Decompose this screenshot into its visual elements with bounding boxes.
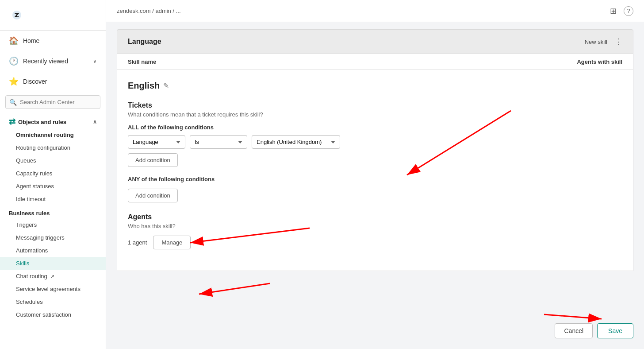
sidebar-item-discover[interactable]: ⭐ Discover xyxy=(0,71,106,92)
sidebar-item-chat-routing[interactable]: Chat routing ↗ xyxy=(0,270,106,283)
more-options-icon[interactable]: ⋮ xyxy=(614,37,622,47)
any-label-suffix: of the following conditions xyxy=(142,176,215,182)
help-icon[interactable]: ? xyxy=(624,6,633,16)
sidebar: 🏠 Home 🕐 Recently viewed ∨ ⭐ Discover 🔍 … xyxy=(0,0,106,349)
sidebar-item-skills[interactable]: Skills xyxy=(0,257,106,270)
sidebar-item-queues[interactable]: Queues xyxy=(0,154,106,167)
breadcrumb: zendesk.com / admin / ... xyxy=(117,8,181,14)
new-skill-link[interactable]: New skill xyxy=(585,39,607,45)
objects-rules-label: Objects and rules xyxy=(18,119,66,125)
all-label-prefix: ALL xyxy=(128,124,139,131)
all-conditions-label: ALL of the following conditions xyxy=(128,124,622,131)
business-rules-section-label: Business rules xyxy=(0,206,106,218)
all-label-suffix: of the following conditions xyxy=(141,124,214,131)
sidebar-item-messaging-triggers[interactable]: Messaging triggers xyxy=(0,231,106,244)
tickets-sub: What conditions mean that a ticket requi… xyxy=(128,111,622,118)
form-card: English ✎ Tickets What conditions mean t… xyxy=(117,70,633,271)
sidebar-logo xyxy=(0,0,106,31)
search-input[interactable] xyxy=(5,95,100,109)
topbar: zendesk.com / admin / ... ⊞ ? xyxy=(106,0,644,22)
sidebar-item-automations[interactable]: Automations xyxy=(0,244,106,257)
agents-row: 1 agent Manage xyxy=(128,236,622,249)
tickets-heading: Tickets xyxy=(128,101,622,109)
recently-viewed-label: Recently viewed xyxy=(23,58,68,65)
sidebar-item-schedules[interactable]: Schedules xyxy=(0,295,106,308)
clock-icon: 🕐 xyxy=(9,56,19,66)
discover-label: Discover xyxy=(23,78,47,85)
agents-with-skill-header: Agents with skill xyxy=(534,58,622,65)
grid-icon[interactable]: ⊞ xyxy=(610,6,617,16)
sidebar-item-sla[interactable]: Service level agreements xyxy=(0,283,106,295)
agent-count: 1 agent xyxy=(128,239,147,246)
sidebar-item-omnichannel-routing[interactable]: Omnichannel routing xyxy=(0,128,106,141)
sidebar-item-idle-timeout[interactable]: Idle timeout xyxy=(0,193,106,206)
sidebar-item-routing-configuration[interactable]: Routing configuration xyxy=(0,141,106,154)
table-header: Skill name Agents with skill xyxy=(117,54,633,70)
objects-rules-chevron: ∧ xyxy=(93,119,97,125)
search-container: 🔍 xyxy=(5,95,100,109)
sidebar-item-home[interactable]: 🏠 Home xyxy=(0,31,106,51)
agents-heading: Agents xyxy=(128,213,622,221)
language-header-card: Language New skill ⋮ xyxy=(117,29,633,54)
condition-operator-select[interactable]: Is xyxy=(190,135,247,149)
language-header-title: Language xyxy=(128,38,161,46)
cancel-button[interactable]: Cancel xyxy=(555,323,593,338)
sidebar-item-customer-satisfaction[interactable]: Customer satisfaction xyxy=(0,308,106,321)
save-button[interactable]: Save xyxy=(597,323,633,338)
star-icon: ⭐ xyxy=(9,77,19,86)
sidebar-item-agent-statuses[interactable]: Agent statuses xyxy=(0,180,106,193)
add-condition-any-button[interactable]: Add condition xyxy=(128,189,178,202)
sidebar-section-objects-and-rules[interactable]: ⇄ Objects and rules ∧ xyxy=(0,112,106,128)
condition-field-select[interactable]: Language xyxy=(128,135,185,149)
add-condition-all-button[interactable]: Add condition xyxy=(128,153,178,167)
skill-title: English xyxy=(128,81,160,91)
edit-skill-icon[interactable]: ✎ xyxy=(163,81,169,90)
sidebar-item-triggers[interactable]: Triggers xyxy=(0,218,106,231)
zendesk-logo-icon xyxy=(9,7,25,23)
external-link-icon: ↗ xyxy=(50,274,54,279)
objects-rules-icon: ⇄ xyxy=(9,117,15,127)
any-label-prefix: ANY xyxy=(128,176,140,182)
footer-actions: Cancel Save xyxy=(555,323,633,338)
language-header-actions: New skill ⋮ xyxy=(585,37,622,47)
skill-title-row: English ✎ xyxy=(128,81,622,91)
sidebar-item-capacity-rules[interactable]: Capacity rules xyxy=(0,167,106,180)
main-area: zendesk.com / admin / ... ⊞ ? Language N… xyxy=(106,0,644,349)
sidebar-item-recently-viewed[interactable]: 🕐 Recently viewed ∨ xyxy=(0,51,106,71)
any-conditions-label: ANY of the following conditions xyxy=(128,176,622,182)
content-area: Language New skill ⋮ Skill name Agents w… xyxy=(106,22,644,349)
condition-value-select[interactable]: English (United Kingdom) xyxy=(252,135,340,149)
tickets-section: Tickets What conditions mean that a tick… xyxy=(128,101,622,202)
agents-sub: Who has this skill? xyxy=(128,223,622,229)
topbar-actions: ⊞ ? xyxy=(610,6,633,16)
recently-viewed-chevron: ∨ xyxy=(93,58,97,64)
agents-section: Agents Who has this skill? 1 agent Manag… xyxy=(128,213,622,249)
skill-name-header: Skill name xyxy=(128,58,534,65)
search-icon: 🔍 xyxy=(9,99,17,106)
home-label: Home xyxy=(23,37,39,44)
condition-row-1: Language Is English (United Kingdom) xyxy=(128,135,622,149)
home-icon: 🏠 xyxy=(9,36,19,46)
manage-button[interactable]: Manage xyxy=(153,236,191,249)
